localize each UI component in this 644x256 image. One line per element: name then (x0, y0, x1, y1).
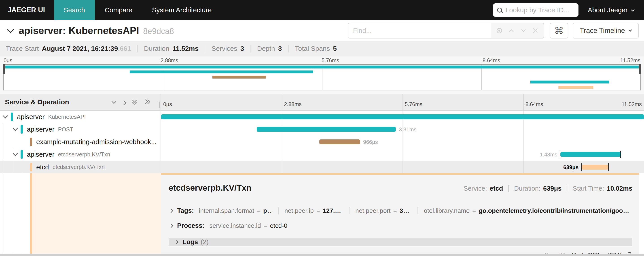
minimap-span-bar (130, 71, 313, 73)
chevron-up-icon (509, 29, 514, 34)
keyboard-shortcuts-button[interactable]: ⌘ (550, 23, 568, 39)
span-timeline-cell[interactable]: 1.43ms (161, 148, 644, 161)
span-tree-cell[interactable]: etcd etcdserverpb.KV/Txn (0, 161, 161, 173)
chevron-down-icon (521, 27, 526, 32)
span-tree-cell[interactable]: apiserver POST (0, 123, 161, 136)
chevron-right-icon (175, 240, 179, 244)
span-tree-cell[interactable]: example-mutating-admission-webhook... (0, 136, 161, 148)
service-name: apiserver (27, 151, 54, 158)
span-timeline-cell[interactable]: 966μs (161, 136, 644, 148)
gridline (523, 94, 524, 110)
about-jaeger-menu[interactable]: About Jaeger (588, 6, 634, 14)
gridline (402, 94, 403, 110)
service-operation-title: Service & Operation (5, 98, 69, 106)
timeline-tick: 8.64ms (526, 101, 543, 107)
search-icon (497, 8, 502, 13)
span-duration-label: 639μs (563, 164, 578, 170)
tag-item: net.peer.port = 37982 (349, 207, 412, 214)
operation-name: POST (58, 126, 73, 133)
column-resize-grip[interactable] (158, 102, 160, 108)
span-color-bar (20, 150, 23, 159)
minimap-left-scrubber[interactable] (3, 64, 5, 74)
minimap-canvas[interactable] (3, 64, 641, 90)
minimap-tick: 11.52ms (620, 57, 640, 64)
span-timeline-cell[interactable]: 3.31ms (161, 123, 644, 136)
collapse-all-icon[interactable] (132, 99, 137, 105)
tags-row[interactable]: Tags: internal.span.format = proto net.p… (168, 207, 632, 214)
span-timeline-cell[interactable]: 639μs (161, 161, 644, 173)
chevron-right-icon (170, 209, 173, 213)
trace-id-lookup-input[interactable] (506, 6, 573, 14)
span-bar[interactable] (161, 114, 644, 119)
span-row-apiserver-kvtxn[interactable]: apiserver etcdserverpb.KV/Txn 1.43ms (0, 148, 644, 161)
minimap-right-scrubber[interactable] (639, 64, 641, 74)
span-tree-cell[interactable]: apiserver KubernetesAPI (0, 111, 161, 123)
minimap-span-bar (558, 86, 594, 89)
trace-id-lookup[interactable] (493, 3, 578, 17)
collapse-children-icon[interactable] (3, 113, 8, 118)
collapse-children-icon[interactable] (13, 126, 18, 131)
span-timeline-cell[interactable] (161, 111, 644, 123)
focus-match-button[interactable] (496, 27, 503, 35)
jaeger-logo[interactable]: JAEGER UI (0, 0, 54, 20)
span-detail-header: etcdserverpb.KV/Txn Service: etcd Durati… (168, 183, 632, 193)
collapse-one-icon[interactable] (112, 99, 116, 104)
span-row-apiserver-post[interactable]: apiserver POST 3.31ms (0, 123, 644, 136)
find-input[interactable] (348, 23, 491, 39)
nav-tab-compare[interactable]: Compare (95, 0, 142, 20)
summary-trace-start: Trace Start August 7 2021, 16:21:39 .661 (6, 45, 131, 52)
span-bar[interactable] (319, 139, 360, 144)
span-meta: Service: etcd Duration: 639μs Start Time… (464, 185, 632, 192)
span-detail-cell: etcdserverpb.KV/Txn Service: etcd Durati… (161, 173, 644, 254)
minimap (0, 64, 644, 90)
minimap-tick: 2.88ms (160, 57, 178, 64)
span-color-bar (30, 163, 32, 171)
jaeger-trace-page: JAEGER UI Search Compare System Architec… (0, 0, 644, 256)
nav-right-group: About Jaeger (493, 0, 644, 20)
expand-all-icon[interactable] (144, 100, 150, 105)
expand-one-icon[interactable] (122, 100, 126, 105)
span-duration-label: 3.31ms (399, 126, 416, 133)
span-bar[interactable] (257, 127, 396, 132)
span-row-apiserver-kubernetesapi[interactable]: apiserver KubernetesAPI (0, 111, 644, 123)
summary-total-spans: Total Spans 5 (288, 45, 337, 52)
process-label: Process: (177, 222, 204, 229)
find-group (348, 23, 544, 39)
logs-count: (2) (200, 238, 208, 246)
expand-collapse-controls (112, 99, 158, 105)
target-icon (497, 28, 502, 33)
timeline-tick: 2.88ms (284, 101, 302, 107)
trace-id: 8e9dca8 (143, 27, 174, 36)
span-tree-cell[interactable]: apiserver etcdserverpb.KV/Txn (0, 148, 161, 161)
span-color-bar (11, 113, 13, 121)
operation-name: etcdserverpb.KV/Txn (58, 151, 110, 158)
nav-tab-system-architecture[interactable]: System Architecture (142, 0, 222, 20)
selected-span-highlight (32, 173, 161, 254)
about-jaeger-label: About Jaeger (588, 6, 628, 14)
clear-find-button[interactable] (532, 27, 539, 35)
timeline-ticks-header: 0μs 2.88ms 5.76ms 8.64ms 11.52ms (161, 94, 644, 110)
collapse-children-icon[interactable] (13, 151, 18, 156)
tags-label: Tags: (177, 207, 194, 214)
process-row[interactable]: Process: service.instance.id = etcd-0 (168, 222, 632, 229)
trace-view-selector[interactable]: Trace Timeline (573, 23, 639, 39)
operation-name: etcdserverpb.KV/Txn (52, 164, 105, 170)
trace-header-controls: ⌘ Trace Timeline (348, 23, 644, 39)
service-operation-header: Service & Operation (0, 94, 161, 110)
minimap-tick: 8.64ms (482, 57, 500, 64)
span-rows: apiserver KubernetesAPI apiserver POST 3… (0, 111, 644, 173)
process-item: service.instance.id = etcd-0 (210, 222, 288, 229)
logs-row[interactable]: Logs (2) (168, 238, 632, 246)
span-detail-panel: etcdserverpb.KV/Txn Service: etcd Durati… (161, 173, 639, 254)
prev-match-button[interactable] (508, 27, 515, 35)
next-match-button[interactable] (520, 27, 527, 35)
collapse-trace-icon[interactable] (7, 26, 14, 33)
span-row-webhook[interactable]: example-mutating-admission-webhook... 96… (0, 136, 644, 148)
trace-title: apiserver: KubernetesAPI8e9dca8 (19, 25, 174, 36)
logs-label: Logs (182, 238, 198, 246)
span-duration-label: 1.43ms (540, 151, 558, 158)
nav-tab-search[interactable]: Search (54, 0, 95, 20)
span-row-etcd-kvtxn-selected[interactable]: etcd etcdserverpb.KV/Txn 639μs (0, 161, 644, 173)
horizontal-scrollbar[interactable] (0, 254, 644, 256)
meta-service: Service: etcd (464, 185, 503, 192)
